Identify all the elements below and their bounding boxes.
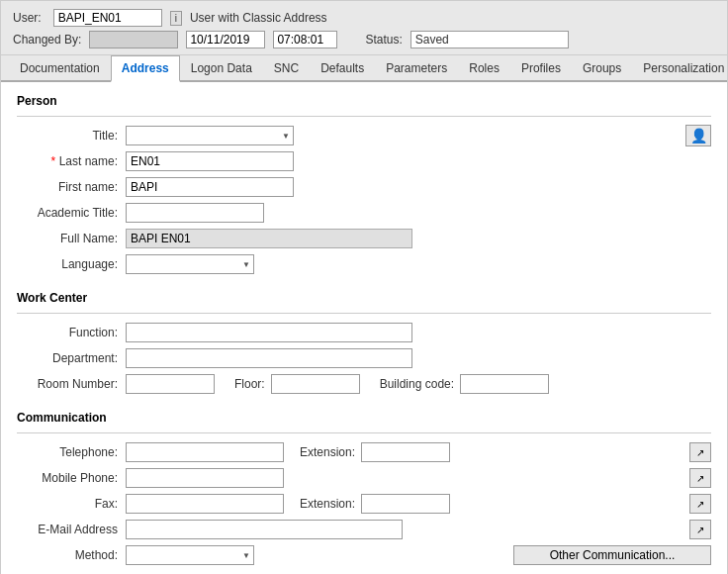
time-input[interactable] <box>273 31 337 48</box>
mobile-ext-icon: ↗ <box>696 473 704 484</box>
function-row: Function: <box>17 322 711 343</box>
fax-input[interactable] <box>126 494 284 514</box>
academic-title-label: Academic Title: <box>17 206 126 220</box>
fax-label: Fax: <box>17 497 126 511</box>
language-row: Language: <box>17 253 711 275</box>
user-row: User: i User with Classic Address <box>13 9 715 27</box>
first-name-input[interactable] <box>126 177 294 197</box>
main-container: User: i User with Classic Address Change… <box>0 0 728 574</box>
telephone-input[interactable] <box>126 442 284 462</box>
person-icon: 👤 <box>690 128 707 144</box>
tab-profiles[interactable]: Profiles <box>510 55 572 80</box>
department-row: Department: <box>17 347 711 369</box>
fax-row: Fax: Extension: ↗ <box>17 493 711 515</box>
communication-title: Communication <box>17 411 711 425</box>
telephone-row: Telephone: Extension: ↗ <box>17 441 711 463</box>
tabs-bar: Documentation Address Logon Data SNC Def… <box>1 55 727 82</box>
title-label: Title: <box>17 129 126 143</box>
title-select[interactable] <box>126 126 294 145</box>
fax-ext-icon: ↗ <box>696 499 704 510</box>
telephone-label: Telephone: <box>17 445 126 459</box>
info-button[interactable]: i <box>170 11 182 26</box>
building-input[interactable] <box>460 374 549 394</box>
top-bar: User: i User with Classic Address Change… <box>1 1 727 55</box>
changed-by-label: Changed By: <box>13 33 81 47</box>
work-center-divider <box>17 313 711 314</box>
tab-parameters[interactable]: Parameters <box>375 55 458 80</box>
tab-groups[interactable]: Groups <box>572 55 632 80</box>
room-label: Room Number: <box>17 377 126 391</box>
classic-addr-label: User with Classic Address <box>190 11 327 25</box>
full-name-label: Full Name: <box>17 232 126 245</box>
user-label: User: <box>13 11 46 25</box>
method-select[interactable] <box>126 545 254 565</box>
first-name-row: First name: <box>17 176 711 198</box>
function-input[interactable] <box>126 323 412 342</box>
method-label: Method: <box>17 548 126 562</box>
mobile-label: Mobile Phone: <box>17 471 126 485</box>
mobile-ext-button[interactable]: ↗ <box>689 468 711 488</box>
building-label: Building code: <box>360 377 460 391</box>
tab-address[interactable]: Address <box>111 55 180 82</box>
full-name-input <box>126 229 412 248</box>
content-area: Person Title: 👤 Last name: <box>1 82 727 574</box>
last-name-input[interactable] <box>126 151 294 171</box>
fax-ext-button[interactable]: ↗ <box>689 494 711 514</box>
status-input[interactable] <box>410 31 569 48</box>
language-select-wrapper <box>126 254 254 274</box>
person-section-title: Person <box>17 94 711 108</box>
email-label: E-Mail Address <box>17 523 126 536</box>
email-row: E-Mail Address ↗ <box>17 519 711 540</box>
tab-logon-data[interactable]: Logon Data <box>180 55 263 80</box>
other-comm-button[interactable]: Other Communication... <box>513 545 711 565</box>
academic-title-row: Academic Title: <box>17 202 711 224</box>
title-row: Title: 👤 <box>17 125 711 146</box>
email-input[interactable] <box>126 520 403 539</box>
floor-label: Floor: <box>215 377 271 391</box>
ext2-input[interactable] <box>361 494 450 514</box>
last-name-row: Last name: <box>17 150 711 172</box>
mobile-input[interactable] <box>126 468 284 488</box>
function-label: Function: <box>17 326 126 339</box>
title-select-wrapper <box>126 126 294 145</box>
telephone-ext-button[interactable]: ↗ <box>689 442 711 462</box>
language-select[interactable] <box>126 254 254 274</box>
changed-by-value <box>89 31 178 48</box>
ext1-label: Extension: <box>284 445 361 459</box>
person-section: Person Title: 👤 Last name: <box>17 94 711 275</box>
mobile-row: Mobile Phone: ↗ <box>17 467 711 489</box>
date-input[interactable] <box>186 31 265 48</box>
person-divider <box>17 116 711 117</box>
tab-personalization[interactable]: Personalization <box>632 55 728 80</box>
room-floor-building-row: Room Number: Floor: Building code: <box>17 373 711 395</box>
tab-documentation[interactable]: Documentation <box>9 55 111 80</box>
tab-defaults[interactable]: Defaults <box>310 55 375 80</box>
communication-divider <box>17 432 711 433</box>
work-center-title: Work Center <box>17 291 711 305</box>
tab-roles[interactable]: Roles <box>458 55 510 80</box>
first-name-label: First name: <box>17 180 126 194</box>
method-row: Method: Other Communication... <box>17 544 711 566</box>
full-name-row: Full Name: <box>17 228 711 249</box>
user-input[interactable] <box>53 9 162 27</box>
room-input[interactable] <box>126 374 215 394</box>
method-select-wrapper <box>126 545 254 565</box>
floor-input[interactable] <box>271 374 360 394</box>
ext1-input[interactable] <box>361 442 450 462</box>
work-center-section: Work Center Function: Department: Room N… <box>17 291 711 395</box>
status-label: Status: <box>365 33 402 47</box>
status-row: Changed By: Status: <box>13 31 715 48</box>
communication-section: Communication Telephone: Extension: ↗ Mo… <box>17 411 711 566</box>
person-icon-button[interactable]: 👤 <box>685 125 711 146</box>
department-label: Department: <box>17 351 126 365</box>
email-ext-icon: ↗ <box>696 525 704 535</box>
ext2-label: Extension: <box>284 497 361 511</box>
telephone-ext-icon: ↗ <box>696 447 704 458</box>
language-label: Language: <box>17 257 126 271</box>
last-name-label: Last name: <box>17 154 126 168</box>
department-input[interactable] <box>126 348 412 368</box>
email-ext-button[interactable]: ↗ <box>689 520 711 539</box>
tab-snc[interactable]: SNC <box>263 55 310 80</box>
academic-title-input[interactable] <box>126 203 264 223</box>
